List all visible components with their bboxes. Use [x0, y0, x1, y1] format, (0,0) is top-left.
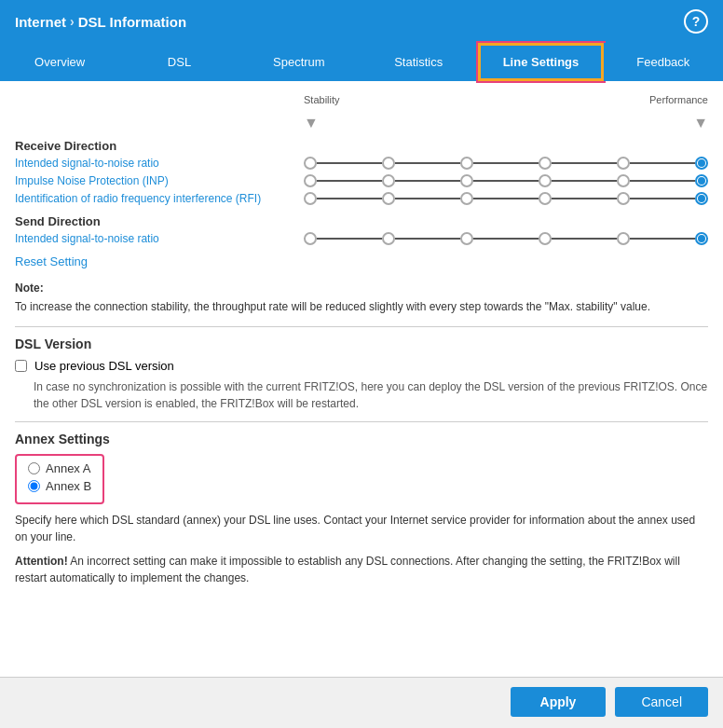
performance-arrow-icon: ▼	[693, 115, 708, 131]
track-line	[473, 180, 539, 182]
annex-a-radio[interactable]	[28, 462, 40, 474]
track-line	[630, 162, 695, 164]
radio-inp-r-2[interactable]	[460, 174, 473, 187]
annex-settings-section: Annex Settings Annex A Annex B Specify h…	[15, 432, 708, 586]
track-line	[395, 162, 460, 164]
tab-dsl[interactable]: DSL	[119, 43, 239, 81]
slider-row-rfi-receive: Identification of radio frequency interf…	[15, 192, 708, 205]
annex-b-label: Annex B	[46, 479, 91, 493]
dsl-version-section: DSL Version Use previous DSL version In …	[15, 337, 708, 412]
radio-inp-r-0[interactable]	[304, 174, 317, 187]
content-area: Stability Performance ▼ ▼ Receive Direct…	[0, 81, 723, 677]
attention-text: Attention! An incorrect setting can make…	[15, 553, 708, 586]
track-line	[552, 180, 617, 182]
receive-direction-section: Receive Direction Intended signal-to-noi…	[15, 139, 708, 205]
track-line	[473, 162, 539, 164]
annex-b-row: Annex B	[28, 479, 91, 493]
slider-row-snr-receive: Intended signal-to-noise ratio	[15, 157, 708, 170]
track-line	[473, 238, 539, 240]
inp-receive-track	[304, 174, 708, 187]
radio-rfi-r-4[interactable]	[617, 192, 630, 205]
note-section: Note: To increase the connection stabili…	[15, 280, 708, 315]
radio-snr-r-2[interactable]	[460, 157, 473, 170]
annex-description: Specify here which DSL standard (annex) …	[15, 512, 708, 545]
breadcrumb-internet: Internet	[15, 14, 66, 30]
radio-snr-r-1[interactable]	[382, 157, 395, 170]
track-line	[317, 198, 382, 199]
divider-2	[15, 421, 708, 422]
help-button[interactable]: ?	[684, 9, 708, 34]
dsl-version-info: In case no synchronization is possible w…	[34, 378, 708, 412]
header: Internet › DSL Information ?	[0, 0, 723, 43]
axis-row: Stability Performance	[15, 90, 708, 109]
radio-snr-s-0[interactable]	[304, 232, 317, 245]
track-line	[317, 180, 382, 182]
radio-inp-r-3[interactable]	[539, 174, 552, 187]
radio-snr-r-0[interactable]	[304, 157, 317, 170]
stability-arrow-icon: ▼	[304, 115, 319, 131]
snr-receive-label: Intended signal-to-noise ratio	[15, 157, 304, 170]
track-line	[473, 198, 539, 199]
track-line	[552, 162, 617, 164]
slider-row-inp-receive: Impulse Noise Protection (INP)	[15, 174, 708, 187]
annex-settings-title: Annex Settings	[15, 432, 708, 446]
dsl-version-checkbox-row: Use previous DSL version	[15, 359, 708, 373]
tab-statistics[interactable]: Statistics	[359, 43, 478, 81]
track-line	[630, 238, 695, 240]
slider-row-snr-send: Intended signal-to-noise ratio	[15, 232, 708, 245]
annex-a-row: Annex A	[28, 461, 91, 475]
prev-dsl-label: Use previous DSL version	[34, 359, 174, 373]
tab-overview[interactable]: Overview	[0, 43, 119, 81]
radio-snr-s-1[interactable]	[382, 232, 395, 245]
snr-receive-track	[304, 157, 708, 170]
radio-snr-r-4[interactable]	[617, 157, 630, 170]
performance-label: Performance	[649, 94, 708, 105]
apply-button[interactable]: Apply	[511, 687, 607, 717]
prev-dsl-checkbox[interactable]	[15, 360, 27, 372]
tab-line-settings[interactable]: Line Settings	[478, 43, 603, 81]
attention-body: An incorrect setting can make it impossi…	[15, 555, 680, 584]
rfi-receive-track	[304, 192, 708, 205]
radio-inp-r-5[interactable]	[695, 174, 708, 187]
radio-rfi-r-2[interactable]	[460, 192, 473, 205]
stability-label: Stability	[304, 94, 340, 105]
send-direction-section: Send Direction Intended signal-to-noise …	[15, 214, 708, 245]
track-line	[317, 162, 382, 164]
annex-b-radio[interactable]	[28, 480, 40, 492]
breadcrumb-separator: ›	[70, 14, 75, 29]
cancel-button[interactable]: Cancel	[615, 687, 708, 717]
radio-rfi-r-3[interactable]	[539, 192, 552, 205]
nav-tabs: Overview DSL Spectrum Statistics Line Se…	[0, 43, 723, 81]
radio-snr-s-4[interactable]	[617, 232, 630, 245]
radio-snr-s-3[interactable]	[539, 232, 552, 245]
tab-spectrum[interactable]: Spectrum	[239, 43, 359, 81]
annex-a-label: Annex A	[46, 461, 90, 475]
reset-setting-link[interactable]: Reset Setting	[15, 254, 708, 268]
axis-arrows-row: ▼ ▼	[15, 115, 708, 131]
note-text: To increase the connection stability, th…	[15, 300, 650, 313]
radio-snr-s-2[interactable]	[460, 232, 473, 245]
tab-feedback[interactable]: Feedback	[604, 43, 723, 81]
annex-options-box: Annex A Annex B	[15, 454, 104, 504]
radio-rfi-r-0[interactable]	[304, 192, 317, 205]
track-line	[630, 198, 695, 199]
divider-1	[15, 326, 708, 327]
snr-send-track	[304, 232, 708, 245]
receive-direction-label: Receive Direction	[15, 139, 708, 153]
rfi-receive-label: Identification of radio frequency interf…	[15, 192, 304, 205]
radio-snr-r-5[interactable]	[695, 157, 708, 170]
snr-send-label: Intended signal-to-noise ratio	[15, 232, 304, 245]
radio-rfi-r-1[interactable]	[382, 192, 395, 205]
inp-receive-label: Impulse Noise Protection (INP)	[15, 174, 304, 187]
radio-snr-r-3[interactable]	[539, 157, 552, 170]
radio-rfi-r-5[interactable]	[695, 192, 708, 205]
note-title: Note:	[15, 280, 708, 296]
footer: Apply Cancel	[0, 677, 723, 725]
track-line	[395, 180, 460, 182]
track-line	[395, 238, 460, 240]
radio-snr-s-5[interactable]	[695, 232, 708, 245]
radio-inp-r-4[interactable]	[617, 174, 630, 187]
send-direction-label: Send Direction	[15, 214, 708, 228]
radio-inp-r-1[interactable]	[382, 174, 395, 187]
breadcrumb: Internet › DSL Information	[15, 14, 186, 30]
